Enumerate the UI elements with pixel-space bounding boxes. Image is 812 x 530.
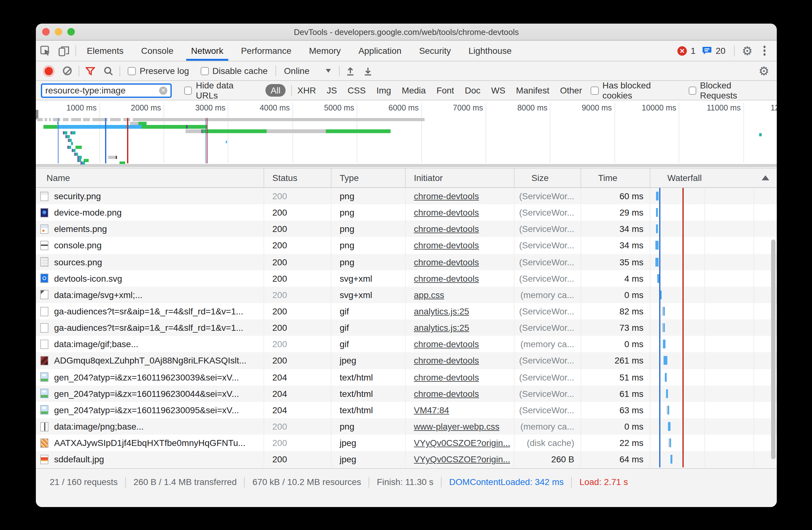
tab-elements[interactable]: Elements — [78, 41, 132, 61]
request-waterfall-cell[interactable] — [650, 319, 777, 336]
request-waterfall-cell[interactable] — [650, 204, 777, 221]
issues-count[interactable]: 20 — [716, 46, 726, 56]
request-name-cell[interactable]: AATXAJywSIpD1jf4EbqHXTfbe0mnyHqGFNTu... — [36, 435, 264, 451]
column-header-waterfall[interactable]: Waterfall — [650, 168, 777, 187]
initiator-link[interactable]: chrome-devtools — [414, 191, 479, 201]
request-name-cell[interactable]: device-mode.png — [36, 204, 264, 221]
filter-chip-css[interactable]: CSS — [348, 85, 366, 95]
import-har-icon[interactable] — [342, 66, 359, 75]
filter-chip-manifest[interactable]: Manifest — [516, 85, 549, 95]
checkbox[interactable] — [200, 67, 208, 75]
filter-chip-js[interactable]: JS — [327, 85, 337, 95]
request-waterfall-cell[interactable] — [650, 385, 777, 402]
request-row[interactable]: AATXAJywSIpD1jf4EbqHXTfbe0mnyHqGFNTu... … — [36, 435, 777, 451]
column-header-time[interactable]: Time — [581, 168, 650, 187]
request-name-cell[interactable]: sources.png — [36, 254, 264, 270]
request-name-cell[interactable]: devtools-icon.svg — [36, 270, 264, 287]
checkbox[interactable] — [688, 86, 696, 94]
error-badge-icon[interactable]: ✕ — [677, 46, 687, 55]
initiator-link[interactable]: chrome-devtools — [414, 372, 479, 382]
filter-icon[interactable] — [81, 67, 99, 75]
request-row[interactable]: data:image/gif;base... 200 gif chrome-de… — [36, 336, 777, 352]
tab-memory[interactable]: Memory — [300, 41, 350, 61]
request-row[interactable]: data:image/svg+xml;... 200 svg+xml app.c… — [36, 287, 777, 303]
request-name-cell[interactable]: ga-audiences?t=sr&aip=1&_r=4&slf_rd=1&v=… — [36, 319, 264, 336]
hide-data-urls-checkbox[interactable]: Hide data URLs — [179, 80, 259, 100]
disable-cache-checkbox[interactable]: Disable cache — [195, 66, 273, 76]
initiator-link[interactable]: chrome-devtools — [414, 257, 479, 267]
request-name-cell[interactable]: elements.png — [36, 221, 264, 237]
request-name-cell[interactable]: data:image/svg+xml;... — [36, 287, 264, 303]
initiator-link[interactable]: VM47:84 — [414, 405, 449, 415]
overview-scroll-strip[interactable] — [36, 164, 777, 167]
checkbox[interactable] — [128, 67, 136, 75]
request-waterfall-cell[interactable] — [650, 270, 777, 287]
request-name-cell[interactable]: sddefault.jpg — [36, 451, 264, 468]
request-waterfall-cell[interactable] — [650, 435, 777, 451]
request-waterfall-cell[interactable] — [650, 237, 777, 254]
request-name-cell[interactable]: data:image/png;base... — [36, 418, 264, 435]
checkbox[interactable] — [184, 86, 192, 94]
initiator-link[interactable]: chrome-devtools — [414, 240, 479, 251]
request-name-cell[interactable]: console.png — [36, 237, 264, 254]
request-waterfall-cell[interactable] — [650, 303, 777, 319]
request-row[interactable]: data:image/png;base... 200 png www-playe… — [36, 418, 777, 435]
request-waterfall-cell[interactable] — [650, 188, 777, 204]
blocked-requests-checkbox[interactable]: Blocked Requests — [683, 80, 772, 100]
request-waterfall-cell[interactable] — [650, 418, 777, 435]
export-har-icon[interactable] — [359, 66, 377, 75]
column-header-name[interactable]: Name — [36, 168, 264, 187]
more-options-icon[interactable] — [757, 46, 772, 56]
issues-icon[interactable] — [702, 46, 712, 55]
initiator-link[interactable]: www-player-webp.css — [414, 421, 499, 432]
initiator-link[interactable]: VYyQv0CSZOE?origin... — [414, 438, 510, 448]
clear-network-log-icon[interactable] — [63, 66, 72, 75]
error-count[interactable]: 1 — [691, 46, 696, 56]
network-overview-timeline[interactable]: 1000 ms2000 ms3000 ms4000 ms5000 ms6000 … — [36, 100, 777, 168]
initiator-link[interactable]: analytics.js:25 — [414, 323, 469, 333]
initiator-link[interactable]: VYyQv0CSZOE?origin... — [414, 455, 510, 464]
tab-network[interactable]: Network — [182, 41, 232, 61]
filter-chip-img[interactable]: Img — [376, 85, 391, 95]
request-waterfall-cell[interactable] — [650, 369, 777, 385]
request-waterfall-cell[interactable] — [650, 221, 777, 237]
initiator-link[interactable]: app.css — [414, 290, 444, 300]
request-row[interactable]: ADGmqu8qexLZuhphT_0Aj88Ng8riLFKASQIslt..… — [36, 352, 777, 369]
tab-console[interactable]: Console — [132, 41, 183, 61]
initiator-link[interactable]: chrome-devtools — [414, 355, 479, 366]
request-waterfall-cell[interactable] — [650, 254, 777, 270]
request-row[interactable]: ga-audiences?t=sr&aip=1&_r=4&slf_rd=1&v=… — [36, 319, 777, 336]
request-row[interactable]: elements.png 200 png chrome-devtools (Se… — [36, 221, 777, 237]
clear-filter-icon[interactable]: ✕ — [159, 86, 167, 94]
request-row[interactable]: sources.png 200 png chrome-devtools (Ser… — [36, 254, 777, 270]
request-row[interactable]: gen_204?atyp=i&zx=1601196230039&sei=xV..… — [36, 369, 777, 385]
tab-application[interactable]: Application — [350, 41, 410, 61]
search-icon[interactable] — [99, 66, 118, 75]
has-blocked-cookies-checkbox[interactable]: Has blocked cookies — [586, 80, 683, 100]
filter-chip-font[interactable]: Font — [436, 85, 454, 95]
filter-chip-xhr[interactable]: XHR — [298, 85, 316, 95]
tab-performance[interactable]: Performance — [232, 41, 300, 61]
request-row[interactable]: security.png 200 png chrome-devtools (Se… — [36, 188, 777, 204]
request-row[interactable]: ga-audiences?t=sr&aip=1&_r=4&slf_rd=1&v=… — [36, 303, 777, 319]
tab-lighthouse[interactable]: Lighthouse — [460, 41, 521, 61]
request-name-cell[interactable]: security.png — [36, 188, 264, 204]
checkbox[interactable] — [591, 86, 599, 94]
request-waterfall-cell[interactable] — [650, 402, 777, 418]
request-name-cell[interactable]: ADGmqu8qexLZuhphT_0Aj88Ng8riLFKASQIslt..… — [36, 352, 264, 369]
tab-security[interactable]: Security — [410, 41, 460, 61]
initiator-link[interactable]: chrome-devtools — [414, 339, 479, 349]
inspect-element-icon[interactable] — [36, 41, 55, 61]
column-header-status[interactable]: Status — [264, 168, 332, 187]
request-row[interactable]: sddefault.jpg 200 jpeg VYyQv0CSZOE?origi… — [36, 451, 777, 468]
request-waterfall-cell[interactable] — [650, 451, 777, 468]
request-waterfall-cell[interactable] — [650, 352, 777, 369]
device-toolbar-icon[interactable] — [55, 41, 74, 61]
request-waterfall-cell[interactable] — [650, 336, 777, 352]
column-header-initiator[interactable]: Initiator — [406, 168, 514, 187]
request-name-cell[interactable]: gen_204?atyp=i&zx=1601196230044&sei=xV..… — [36, 385, 264, 402]
filter-chip-doc[interactable]: Doc — [465, 85, 480, 95]
request-name-cell[interactable]: data:image/gif;base... — [36, 336, 264, 352]
request-name-cell[interactable]: gen_204?atyp=i&zx=1601196230095&sei=xV..… — [36, 402, 264, 418]
initiator-link[interactable]: analytics.js:25 — [414, 306, 469, 316]
